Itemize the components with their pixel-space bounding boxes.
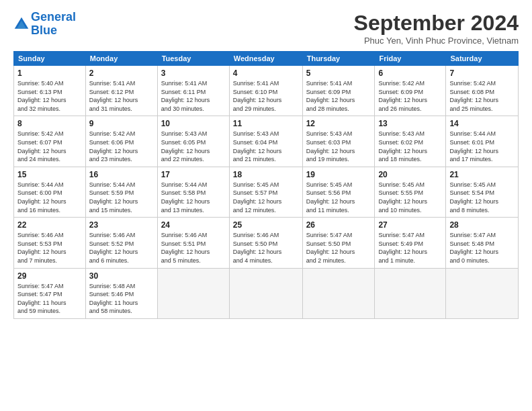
day-info: Sunrise: 5:46 AM Sunset: 5:50 PM Dayligh… [233,231,299,265]
col-sunday: Sunday [14,52,86,66]
col-wednesday: Wednesday [229,52,302,66]
day-number: 24 [161,220,226,230]
table-row: 10Sunrise: 5:43 AM Sunset: 6:05 PM Dayli… [157,116,229,167]
table-row: 7Sunrise: 5:42 AM Sunset: 6:08 PM Daylig… [446,66,519,116]
table-row: 27Sunrise: 5:47 AM Sunset: 5:49 PM Dayli… [375,218,446,268]
day-number: 13 [378,119,442,128]
location: Phuc Yen, Vinh Phuc Province, Vietnam [354,36,519,46]
day-info: Sunrise: 5:46 AM Sunset: 5:51 PM Dayligh… [161,231,226,265]
day-info: Sunrise: 5:46 AM Sunset: 5:52 PM Dayligh… [89,231,154,265]
day-number: 19 [306,170,371,179]
day-number: 21 [449,170,515,179]
day-number: 12 [306,119,371,128]
logo-text: General Blue [31,11,76,38]
title-block: September 2024 Phuc Yen, Vinh Phuc Provi… [354,11,519,46]
day-info: Sunrise: 5:47 AM Sunset: 5:48 PM Dayligh… [449,231,515,265]
day-info: Sunrise: 5:40 AM Sunset: 6:13 PM Dayligh… [17,79,82,113]
day-number: 6 [378,68,442,78]
day-number: 26 [306,220,371,230]
col-saturday: Saturday [446,52,519,66]
day-number: 18 [233,170,299,179]
table-row: 26Sunrise: 5:47 AM Sunset: 5:50 PM Dayli… [302,218,375,268]
day-number: 16 [89,170,154,179]
table-row: 1Sunrise: 5:40 AM Sunset: 6:13 PM Daylig… [14,66,86,116]
day-number: 9 [89,119,154,128]
day-number: 7 [449,68,515,78]
table-row: 3Sunrise: 5:41 AM Sunset: 6:11 PM Daylig… [157,66,229,116]
day-number: 8 [17,119,82,128]
month-title: September 2024 [354,11,519,36]
day-number: 14 [449,119,515,128]
table-row: 19Sunrise: 5:45 AM Sunset: 5:56 PM Dayli… [302,167,375,217]
day-number: 2 [89,68,154,78]
table-row: 8Sunrise: 5:42 AM Sunset: 6:07 PM Daylig… [14,116,86,167]
table-row: 23Sunrise: 5:46 AM Sunset: 5:52 PM Dayli… [85,218,157,268]
day-info: Sunrise: 5:45 AM Sunset: 5:56 PM Dayligh… [306,181,371,214]
day-info: Sunrise: 5:45 AM Sunset: 5:55 PM Dayligh… [378,181,442,214]
day-info: Sunrise: 5:47 AM Sunset: 5:50 PM Dayligh… [306,231,371,265]
table-row: 20Sunrise: 5:45 AM Sunset: 5:55 PM Dayli… [375,167,446,217]
calendar-week-row: 22Sunrise: 5:46 AM Sunset: 5:53 PM Dayli… [14,218,519,268]
day-number: 5 [306,68,371,78]
day-info: Sunrise: 5:48 AM Sunset: 5:46 PM Dayligh… [89,282,154,316]
table-row: 5Sunrise: 5:41 AM Sunset: 6:09 PM Daylig… [302,66,375,116]
table-row: 25Sunrise: 5:46 AM Sunset: 5:50 PM Dayli… [229,218,302,268]
day-info: Sunrise: 5:41 AM Sunset: 6:10 PM Dayligh… [233,79,299,113]
calendar-week-row: 15Sunrise: 5:44 AM Sunset: 6:00 PM Dayli… [14,167,519,217]
day-info: Sunrise: 5:44 AM Sunset: 6:00 PM Dayligh… [17,181,82,214]
table-row: 22Sunrise: 5:46 AM Sunset: 5:53 PM Dayli… [14,218,86,268]
calendar-header-row: Sunday Monday Tuesday Wednesday Thursday… [14,52,519,66]
day-info: Sunrise: 5:43 AM Sunset: 6:03 PM Dayligh… [306,130,371,163]
day-info: Sunrise: 5:45 AM Sunset: 5:57 PM Dayligh… [233,181,299,214]
table-row: 4Sunrise: 5:41 AM Sunset: 6:10 PM Daylig… [229,66,302,116]
table-row: 16Sunrise: 5:44 AM Sunset: 5:59 PM Dayli… [85,167,157,217]
table-row: 12Sunrise: 5:43 AM Sunset: 6:03 PM Dayli… [302,116,375,167]
col-tuesday: Tuesday [157,52,229,66]
day-info: Sunrise: 5:41 AM Sunset: 6:12 PM Dayligh… [89,79,154,113]
day-info: Sunrise: 5:42 AM Sunset: 6:07 PM Dayligh… [17,130,82,163]
day-number: 22 [17,220,82,230]
day-number: 25 [233,220,299,230]
day-number: 15 [17,170,82,179]
calendar-week-row: 29Sunrise: 5:47 AM Sunset: 5:47 PM Dayli… [14,268,519,318]
day-number: 10 [161,119,226,128]
day-info: Sunrise: 5:44 AM Sunset: 6:01 PM Dayligh… [449,130,515,163]
logo: General Blue [13,11,76,38]
day-info: Sunrise: 5:47 AM Sunset: 5:49 PM Dayligh… [378,231,442,265]
col-monday: Monday [85,52,157,66]
day-info: Sunrise: 5:42 AM Sunset: 6:06 PM Dayligh… [89,130,154,163]
day-info: Sunrise: 5:42 AM Sunset: 6:08 PM Dayligh… [449,79,515,113]
table-row: 17Sunrise: 5:44 AM Sunset: 5:58 PM Dayli… [157,167,229,217]
day-info: Sunrise: 5:43 AM Sunset: 6:04 PM Dayligh… [233,130,299,163]
day-number: 23 [89,220,154,230]
day-info: Sunrise: 5:43 AM Sunset: 6:02 PM Dayligh… [378,130,442,163]
day-number: 28 [449,220,515,230]
calendar-week-row: 1Sunrise: 5:40 AM Sunset: 6:13 PM Daylig… [14,66,519,116]
table-row: 24Sunrise: 5:46 AM Sunset: 5:51 PM Dayli… [157,218,229,268]
header: General Blue September 2024 Phuc Yen, Vi… [13,11,519,46]
table-row: 11Sunrise: 5:43 AM Sunset: 6:04 PM Dayli… [229,116,302,167]
day-number: 17 [161,170,226,179]
day-info: Sunrise: 5:44 AM Sunset: 5:59 PM Dayligh… [89,181,154,214]
table-row [375,268,446,318]
table-row: 30Sunrise: 5:48 AM Sunset: 5:46 PM Dayli… [85,268,157,318]
calendar-table: Sunday Monday Tuesday Wednesday Thursday… [13,51,519,319]
table-row: 2Sunrise: 5:41 AM Sunset: 6:12 PM Daylig… [85,66,157,116]
day-number: 29 [17,271,82,281]
logo-line2: Blue [31,24,57,37]
day-info: Sunrise: 5:46 AM Sunset: 5:53 PM Dayligh… [17,231,82,265]
day-number: 30 [89,271,154,281]
logo-line1: General [31,10,76,24]
day-number: 11 [233,119,299,128]
table-row [446,268,519,318]
table-row: 28Sunrise: 5:47 AM Sunset: 5:48 PM Dayli… [446,218,519,268]
day-info: Sunrise: 5:44 AM Sunset: 5:58 PM Dayligh… [161,181,226,214]
day-info: Sunrise: 5:47 AM Sunset: 5:47 PM Dayligh… [17,282,82,316]
day-number: 27 [378,220,442,230]
day-info: Sunrise: 5:41 AM Sunset: 6:11 PM Dayligh… [161,79,226,113]
table-row: 14Sunrise: 5:44 AM Sunset: 6:01 PM Dayli… [446,116,519,167]
table-row [302,268,375,318]
day-number: 3 [161,68,226,78]
table-row: 29Sunrise: 5:47 AM Sunset: 5:47 PM Dayli… [14,268,86,318]
day-info: Sunrise: 5:41 AM Sunset: 6:09 PM Dayligh… [306,79,371,113]
